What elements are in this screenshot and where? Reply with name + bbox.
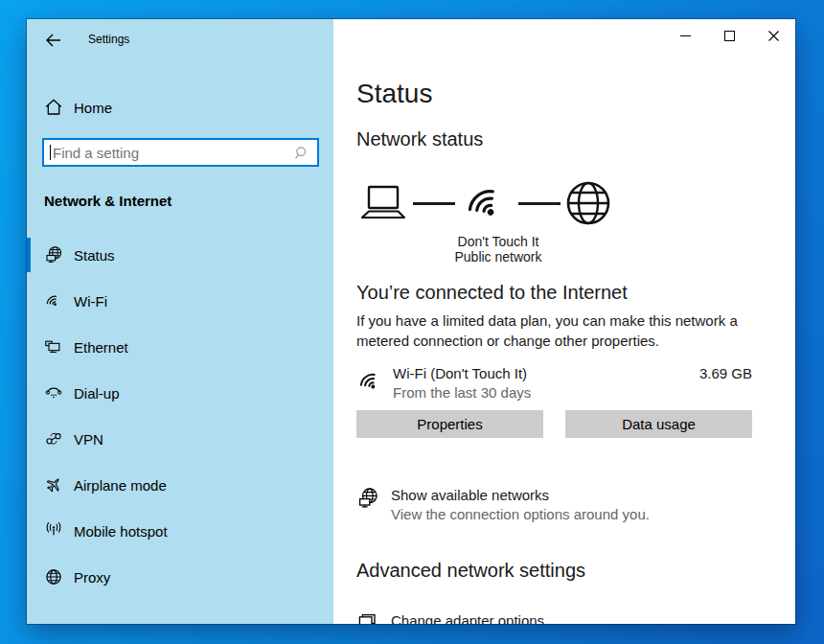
sidebar-item-label: Ethernet [74, 339, 128, 356]
data-usage-button[interactable]: Data usage [565, 410, 752, 438]
mobile-hotspot-icon [44, 521, 63, 540]
properties-button[interactable]: Properties [356, 410, 543, 438]
adapter-options-icon [356, 612, 379, 624]
status-page: Status Network status [333, 19, 795, 624]
diagram-network-label: Don't Touch It Public network [402, 234, 594, 264]
desktop-background: Settings Home Network & Internet [0, 0, 824, 644]
sidebar-item-label: Wi-Fi [74, 293, 107, 310]
sidebar-home-label: Home [74, 100, 112, 116]
advanced-settings-heading: Advanced network settings [356, 558, 795, 583]
wifi-icon [460, 178, 514, 228]
change-adapter-title: Change adapter options [391, 611, 746, 624]
page-title: Status [356, 77, 795, 111]
sidebar-item-airplane-mode[interactable]: Airplane mode [27, 466, 333, 504]
search-icon[interactable] [294, 146, 309, 161]
search-box [42, 138, 319, 167]
close-icon [768, 31, 779, 41]
sidebar-nav: Status Wi-Fi [27, 236, 333, 596]
sidebar-section-title: Network & Internet [44, 192, 333, 211]
sidebar-item-mobile-hotspot[interactable]: Mobile hotspot [27, 512, 333, 550]
window-controls [663, 19, 795, 52]
network-status-heading: Network status [356, 126, 795, 151]
sidebar-item-ethernet[interactable]: Ethernet [27, 328, 333, 366]
text-cursor [50, 145, 51, 160]
back-button[interactable] [40, 27, 67, 54]
data-usage-value: 3.69 GB [699, 364, 752, 383]
network-type: Public network [402, 249, 594, 264]
sidebar: Settings Home Network & Internet [27, 19, 333, 624]
network-diagram: Don't Touch It Public network [356, 178, 644, 264]
sidebar-item-label: VPN [74, 431, 103, 448]
sidebar-item-vpn[interactable]: VPN [27, 420, 333, 458]
vpn-icon [44, 429, 63, 448]
back-arrow-icon [45, 33, 62, 48]
wifi-icon [44, 291, 63, 310]
change-adapter-options-link[interactable]: Change adapter options View network adap… [356, 611, 795, 624]
close-button[interactable] [751, 19, 795, 52]
wifi-icon [356, 367, 389, 396]
sidebar-item-proxy[interactable]: Proxy [27, 558, 333, 596]
globe-icon [565, 180, 611, 226]
network-name: Don't Touch It [402, 234, 594, 249]
minimize-icon [680, 31, 691, 41]
connection-headline: You’re connected to the Internet [356, 280, 795, 305]
show-networks-subtitle: View the connection options around you. [391, 505, 650, 523]
show-available-networks-link[interactable]: Show available networks View the connect… [356, 486, 795, 523]
dialup-icon [44, 383, 63, 402]
connector-line [518, 202, 561, 205]
show-networks-title: Show available networks [391, 486, 650, 505]
adapter-name: Wi-Fi (Don't Touch It) [393, 364, 531, 383]
home-icon [44, 98, 63, 117]
connection-description: If you have a limited data plan, you can… [356, 310, 790, 351]
sidebar-item-status[interactable]: Status [27, 236, 333, 274]
sidebar-item-label: Dial-up [74, 385, 120, 402]
search-input[interactable] [44, 140, 317, 165]
diagram-icons [356, 178, 644, 228]
show-networks-texts: Show available networks View the connect… [391, 486, 650, 523]
main-content: Status Network status [333, 19, 795, 624]
sidebar-item-label: Status [74, 247, 115, 264]
titlebar: Settings [27, 19, 333, 61]
action-buttons: Properties Data usage [356, 410, 752, 438]
airplane-icon [44, 475, 63, 494]
connector-line [413, 202, 455, 205]
maximize-icon [724, 31, 735, 41]
minimize-button[interactable] [663, 19, 707, 52]
sidebar-item-label: Airplane mode [74, 477, 167, 494]
network-status-icon [356, 487, 379, 510]
app-title: Settings [88, 33, 129, 46]
change-adapter-texts: Change adapter options View network adap… [391, 611, 746, 624]
laptop-icon [356, 184, 408, 222]
maximize-button[interactable] [707, 19, 751, 52]
sidebar-item-label: Proxy [74, 569, 110, 586]
ethernet-icon [44, 337, 63, 356]
sidebar-item-dialup[interactable]: Dial-up [27, 374, 333, 412]
sidebar-item-wifi[interactable]: Wi-Fi [27, 282, 333, 320]
sidebar-item-label: Mobile hotspot [74, 523, 168, 540]
settings-window: Settings Home Network & Internet [27, 19, 795, 624]
network-status-icon [44, 245, 63, 264]
adapter-period: From the last 30 days [393, 383, 531, 402]
globe-icon [44, 567, 63, 586]
adapter-usage-row: Wi-Fi (Don't Touch It) From the last 30 … [356, 364, 752, 402]
adapter-texts: Wi-Fi (Don't Touch It) From the last 30 … [393, 364, 531, 402]
sidebar-item-home[interactable]: Home [27, 94, 333, 121]
